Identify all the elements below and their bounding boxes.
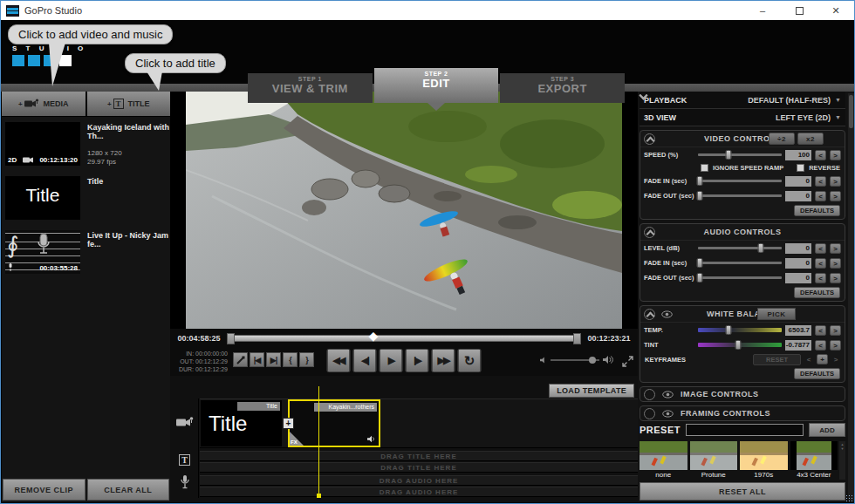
title-drop-lane-1[interactable]: DRAG TITLE HERE — [200, 451, 638, 461]
audio-drop-lane-2[interactable]: DRAG AUDIO HERE — [200, 487, 638, 497]
white-balance-defaults-button[interactable]: DEFAULTS — [794, 368, 840, 379]
tint-decrement[interactable]: < — [815, 340, 826, 351]
playhead-diamond[interactable]: ◆ — [369, 330, 379, 342]
mark-button[interactable] — [233, 352, 248, 367]
loop-button[interactable]: ↻ — [458, 349, 482, 372]
scrubber-bar[interactable]: ◆ — [227, 335, 581, 342]
close-button[interactable]: ✕ — [817, 1, 854, 20]
timeline-playhead[interactable] — [318, 386, 319, 496]
pick-button[interactable]: PICK — [757, 308, 796, 320]
ignore-speed-ramp-checkbox[interactable] — [701, 164, 708, 172]
load-template-button[interactable]: LOAD TEMPLATE — [549, 384, 634, 398]
audio-defaults-button[interactable]: DEFAULTS — [794, 287, 840, 298]
video-fade-out-slider[interactable] — [698, 194, 782, 197]
trim-handle-left[interactable] — [227, 333, 235, 344]
level-increment[interactable]: > — [830, 243, 841, 254]
video-fade-in-increment[interactable]: > — [830, 176, 841, 187]
eye-icon[interactable] — [661, 310, 673, 318]
speed-increment-button[interactable]: > — [830, 150, 841, 160]
audio-fade-out-increment[interactable]: > — [830, 273, 841, 283]
skip-to-start-button[interactable]: |◀ — [250, 352, 264, 367]
step-forward-button[interactable]: |▶ — [406, 349, 429, 372]
fullscreen-button[interactable] — [622, 355, 633, 371]
tint-slider[interactable] — [698, 343, 782, 347]
list-item-audio[interactable]: ∮ 00:03:55:28 — [2, 225, 170, 279]
add-transition-button[interactable]: + — [283, 418, 294, 429]
temp-slider[interactable] — [698, 328, 782, 332]
keyframe-prev-button[interactable]: < — [804, 356, 813, 364]
maximize-button[interactable] — [781, 1, 817, 20]
preset-name-input[interactable] — [686, 424, 804, 436]
video-fade-out-increment[interactable]: > — [830, 191, 841, 201]
tint-increment[interactable]: > — [830, 340, 841, 351]
title-drop-lane-2[interactable]: DRAG TITLE HERE — [200, 462, 638, 473]
audio-fade-out-value[interactable]: 0 — [785, 273, 811, 283]
skip-to-end-button[interactable]: ▶| — [266, 352, 281, 367]
collapse-icon[interactable] — [644, 309, 655, 320]
scroll-down-icon[interactable]: ▼ — [839, 446, 845, 451]
level-decrement[interactable]: < — [815, 243, 826, 254]
volume-handle[interactable] — [589, 357, 596, 364]
minimize-button[interactable]: – — [744, 1, 781, 20]
collapse-icon[interactable] — [644, 227, 655, 238]
speed-slider[interactable] — [698, 153, 782, 156]
step-back-button[interactable]: ◀| — [353, 349, 377, 372]
keyframe-next-button[interactable]: > — [831, 356, 840, 364]
trim-handle-right[interactable] — [573, 333, 581, 344]
preset-add-button[interactable]: ADD — [809, 423, 845, 437]
video-fade-in-decrement[interactable]: < — [815, 176, 826, 187]
audio-drop-lane-1[interactable]: DRAG AUDIO HERE — [200, 475, 638, 486]
timeline-video-clip-selected[interactable]: Kayakin...rothers FX — [288, 399, 380, 447]
set-in-point-button[interactable]: { — [283, 352, 298, 367]
audio-fade-in-increment[interactable]: > — [830, 258, 841, 269]
timeline-title-clip[interactable]: Title Title — [201, 400, 282, 446]
image-controls-section[interactable]: IMAGE CONTROLS — [640, 386, 845, 402]
tab-step3-export[interactable]: STEP 3 EXPORT — [500, 73, 625, 103]
scrollbar-thumb[interactable] — [849, 95, 853, 128]
preset-protune[interactable]: Protune — [690, 441, 738, 480]
resize-grip[interactable] — [845, 494, 852, 501]
reset-all-button[interactable]: RESET ALL — [640, 482, 845, 501]
temp-decrement[interactable]: < — [815, 325, 826, 336]
tab-media[interactable]: + MEDIA — [2, 92, 86, 116]
speed-value[interactable]: 100 — [785, 150, 811, 160]
speed-half-button[interactable]: ÷2 — [769, 133, 795, 145]
clear-all-button[interactable]: CLEAR ALL — [87, 479, 170, 501]
audio-fade-out-slider[interactable] — [698, 276, 782, 279]
tint-value[interactable]: -0.7877 — [785, 340, 811, 351]
reverse-checkbox[interactable] — [797, 164, 804, 172]
eye-icon[interactable] — [662, 410, 674, 418]
speed-decrement-button[interactable]: < — [815, 150, 826, 160]
list-item-title[interactable]: Title Title — [2, 171, 170, 225]
tab-step1-view-trim[interactable]: STEP 1 VIEW & TRIM — [248, 73, 373, 103]
video-fade-out-decrement[interactable]: < — [815, 191, 826, 201]
expand-icon[interactable] — [644, 389, 655, 400]
list-item-video[interactable]: 2D 00:12:13:20 Kayaking Iceland with Th.… — [2, 117, 170, 171]
play-button[interactable]: ▶ — [380, 349, 403, 372]
tab-step2-edit[interactable]: STEP 2 EDIT — [374, 68, 499, 103]
rewind-button[interactable]: ◀◀ — [327, 349, 351, 372]
expand-icon[interactable] — [644, 408, 655, 419]
temp-increment[interactable]: > — [830, 325, 841, 336]
audio-fade-out-decrement[interactable]: < — [815, 273, 826, 283]
fast-forward-button[interactable]: ▶▶ — [432, 349, 455, 372]
tab-title[interactable]: + T TITLE — [87, 92, 171, 116]
preset-1970s[interactable]: 1970s — [740, 441, 788, 480]
audio-fade-in-decrement[interactable]: < — [815, 258, 826, 269]
preset-scrollbar[interactable]: ▲ ▼ — [839, 441, 845, 480]
audio-fade-in-slider[interactable] — [698, 262, 782, 264]
playback-dropdown[interactable]: DEFAULT (HALF-RES) ▼ — [748, 96, 841, 105]
keyframes-reset-button[interactable]: RESET — [753, 354, 801, 365]
speed-double-button[interactable]: x2 — [797, 133, 824, 145]
collapse-icon[interactable] — [644, 133, 655, 145]
video-fade-in-value[interactable]: 0 — [785, 176, 811, 187]
keyframe-add-button[interactable]: + — [817, 354, 828, 364]
video-defaults-button[interactable]: DEFAULTS — [794, 205, 840, 216]
level-value[interactable]: 0 — [785, 243, 811, 254]
eye-icon[interactable] — [662, 391, 674, 398]
remove-clip-button[interactable]: REMOVE CLIP — [3, 479, 86, 501]
audio-fade-in-value[interactable]: 0 — [785, 258, 811, 269]
3d-view-dropdown[interactable]: LEFT EYE (2D) ▼ — [776, 113, 841, 122]
preset-none[interactable]: none — [640, 441, 687, 480]
volume-slider[interactable] — [551, 359, 599, 361]
